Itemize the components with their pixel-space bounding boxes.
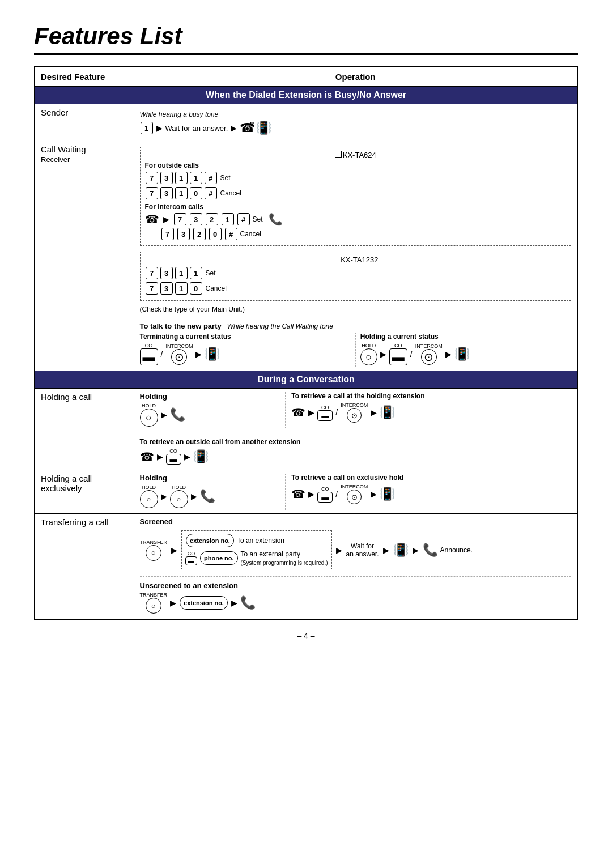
co-label-2: CO xyxy=(394,343,402,348)
hold-label-top-1: HOLD xyxy=(362,343,376,348)
an-answer-text: an answer. xyxy=(346,550,379,558)
feature-holding: Holding a call xyxy=(35,389,134,470)
arrow-uns1: ▶ xyxy=(170,598,176,607)
key-1a: 1 xyxy=(175,172,188,184)
arrow-term: ▶ xyxy=(196,350,202,359)
ringing-1: 📳 xyxy=(205,347,220,361)
hold-btn-2: ○ xyxy=(140,409,158,427)
intercom-label-r1: INTERCOM xyxy=(341,402,368,408)
key-7e: 7 xyxy=(146,267,158,279)
op-holding: Holding HOLD ○ ▶ 📞 To retri xyxy=(134,389,577,470)
arrow-hold1: ▶ xyxy=(380,350,386,359)
transfer-btn: ○ xyxy=(146,545,162,561)
holding-status-section: Holding a current status HOLD ○ ▶ CO ▬ xyxy=(360,333,571,367)
section-header-busy: When the Dialed Extension is Busy/No Ans… xyxy=(35,87,577,104)
exclusive-holding-label: Holding xyxy=(140,474,280,482)
hold-btn-1: ○ xyxy=(360,348,377,365)
cancel-label-2: Cancel xyxy=(240,230,261,238)
table-row-holding-exclusive: Holding a call exclusively Holding HOLD … xyxy=(35,470,577,514)
handset-icon-1: ☎ xyxy=(145,212,159,226)
key-3c: 3 xyxy=(190,213,202,225)
intercom-btn-2: ⊙ xyxy=(421,349,437,365)
number-box: extension no. To an extension CO ▬ phone… xyxy=(181,530,332,569)
sender-note: While hearing a busy tone xyxy=(140,110,219,118)
holding-action-label: Holding xyxy=(140,392,280,401)
intercom-btn-r1: ⊙ xyxy=(347,408,362,423)
set-label-3: Set xyxy=(206,269,216,277)
holding-right: To retrieve a call at the holding extens… xyxy=(291,392,571,428)
feature-holding-exclusive: Holding a call exclusively xyxy=(35,470,134,514)
arrow-exc-1: ▶ xyxy=(161,492,167,501)
ringing-o1: 📳 xyxy=(193,449,209,464)
op-sender: While hearing a busy tone 1 ▶ Wait for a… xyxy=(134,104,577,141)
set-label-2: Set xyxy=(253,215,263,223)
cancel-label-1: Cancel xyxy=(220,189,241,197)
unscreened-label: Unscreened to an extension xyxy=(140,581,572,590)
wait-block: Wait for an answer. xyxy=(346,542,379,558)
kx-model-2: KX-TA1232 xyxy=(341,256,378,264)
handset-outside-1: ☎ xyxy=(140,450,154,463)
arrow-tr2: ▶ xyxy=(336,546,342,555)
screened-label: Screened xyxy=(140,517,572,526)
check-type-label: (Check the type of your Main Unit.) xyxy=(140,305,572,313)
ringing-tr1: 📳 xyxy=(393,543,409,558)
intercom-label-2: INTERCOM xyxy=(415,343,443,349)
col-header-feature: Desired Feature xyxy=(35,67,134,87)
extension-no-btn: extension no. xyxy=(186,534,234,547)
intercom-exc-btn: ⊙ xyxy=(347,490,362,504)
key-1e: 1 xyxy=(175,267,188,279)
key-hash-d: # xyxy=(225,228,237,240)
op-call-waiting: KX-TA624 For outside calls 7 3 1 1 # Set… xyxy=(134,141,577,371)
key-0a: 0 xyxy=(190,187,202,199)
slash-exc-1: / xyxy=(335,490,338,499)
key-0c: 0 xyxy=(190,282,202,295)
handset-exc-1: 📞 xyxy=(200,489,215,504)
key-1f: 1 xyxy=(190,267,202,279)
exclusive-right: To retrieve a call on exclusive hold ☎ ▶… xyxy=(291,474,571,510)
op-holding-exclusive: Holding HOLD ○ ▶ HOLD ○ ▶ xyxy=(134,470,577,514)
unscreened-section: Unscreened to an extension TRANSFER ○ ▶ … xyxy=(140,581,572,614)
arrow-o2: ▶ xyxy=(184,452,190,461)
key-3e: 3 xyxy=(160,267,173,279)
slash-1: / xyxy=(161,350,163,359)
key-1d: 1 xyxy=(222,213,234,225)
key-3a: 3 xyxy=(160,172,173,184)
announce-block: Announce. xyxy=(440,546,473,554)
hold-label-exc-2: HOLD xyxy=(172,484,186,490)
ringing-r1: 📳 xyxy=(380,405,395,420)
co-tr-btn: ▬ xyxy=(185,556,197,565)
ringing-2: 📳 xyxy=(454,347,470,361)
key-hash-c: # xyxy=(237,213,250,225)
co-label-1: CO xyxy=(145,343,153,348)
page-title: Features List xyxy=(34,23,578,50)
section-header-conversation: During a Conversation xyxy=(35,371,577,389)
key-1c: 1 xyxy=(175,187,188,199)
co-tr-label: CO xyxy=(188,551,196,556)
receiver-label: Receiver xyxy=(41,155,70,164)
key-7c: 7 xyxy=(174,213,186,225)
arrow-tr1: ▶ xyxy=(171,546,177,555)
screened-op: TRANSFER ○ ▶ extension no. To an extensi… xyxy=(140,528,572,572)
co-label-o1: CO xyxy=(169,448,177,454)
arrow-2: ▶ xyxy=(231,124,237,133)
hold-label-2: HOLD xyxy=(142,403,156,409)
table-row-holding: Holding a call Holding HOLD ○ ▶ 📞 xyxy=(35,389,577,470)
arrow-o1: ▶ xyxy=(157,452,163,461)
col-header-operation: Operation xyxy=(134,67,577,87)
key-7b: 7 xyxy=(146,187,158,199)
holding-left: Holding HOLD ○ ▶ 📞 xyxy=(140,392,280,428)
phone-ringing-1: 📳 xyxy=(256,121,271,135)
intercom-calls-label: For intercom calls xyxy=(145,203,567,211)
key-7a: 7 xyxy=(146,172,158,184)
key-hash-b: # xyxy=(205,187,217,199)
hold-btn-exc-2: ○ xyxy=(170,490,188,508)
co-btn-r1: ▬ xyxy=(317,410,333,421)
ringing-exc-1: 📳 xyxy=(380,487,395,501)
key-3b: 3 xyxy=(160,187,173,199)
hold-label-exc-1: HOLD xyxy=(142,484,156,490)
co-btn-2: ▬ xyxy=(389,348,407,365)
intercom-btn-1: ⊙ xyxy=(171,349,187,365)
kx-ta624-box: KX-TA624 For outside calls 7 3 1 1 # Set… xyxy=(140,147,572,246)
key-1: 1 xyxy=(141,122,153,134)
intercom-exc-label: INTERCOM xyxy=(341,484,368,490)
